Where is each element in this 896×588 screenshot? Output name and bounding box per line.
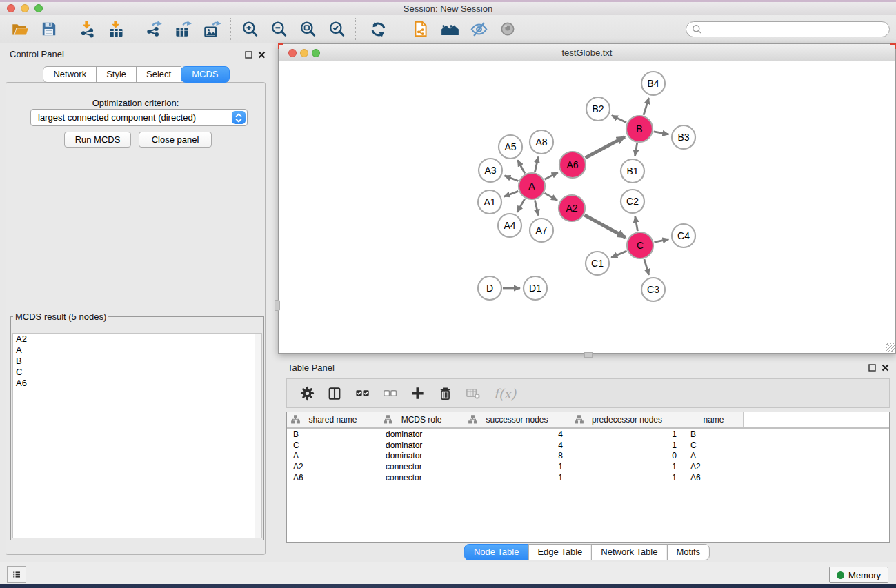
search-box[interactable]	[686, 21, 890, 37]
add-column-button[interactable]	[408, 383, 426, 404]
refresh-button[interactable]	[364, 17, 392, 41]
node-B4[interactable]: B4	[641, 72, 665, 95]
edge-C-C1[interactable]	[611, 251, 626, 257]
table-row[interactable]: Bdominator41B	[287, 429, 889, 440]
tab-network[interactable]: Network	[43, 66, 97, 83]
edge-A-A8[interactable]	[535, 156, 538, 172]
show-columns-button[interactable]	[326, 383, 344, 404]
export-image-button[interactable]	[198, 17, 226, 41]
zoom-out-button[interactable]	[265, 17, 292, 41]
edge-C-C4[interactable]	[654, 239, 668, 243]
table-row[interactable]: Adominator80A	[287, 450, 889, 461]
edge-C-C3[interactable]	[644, 259, 649, 275]
tab-edge-table[interactable]: Edge Table	[528, 544, 592, 560]
node-A8[interactable]: A8	[530, 130, 553, 154]
edge-B-B2[interactable]	[612, 116, 626, 123]
tab-mcds[interactable]: MCDS	[181, 66, 229, 83]
import-table-button[interactable]	[102, 17, 130, 41]
delete-table-button[interactable]	[464, 383, 481, 404]
column-header-predecessor-nodes[interactable]: predecessor nodes	[570, 412, 684, 427]
node-A1[interactable]: A1	[478, 190, 501, 214]
close-panel-button[interactable]: Close panel	[139, 132, 212, 148]
home-button[interactable]	[436, 17, 464, 41]
export-table-button[interactable]	[169, 17, 197, 41]
column-header-successor-nodes[interactable]: successor nodes	[464, 412, 570, 427]
network-canvas[interactable]: AA1A2A3A4A5A6A7A8BB1B2B3B4CC1C2C3C4DD1	[279, 61, 895, 353]
node-A4[interactable]: A4	[498, 214, 521, 237]
edge-B-B4[interactable]	[644, 98, 649, 115]
memory-button[interactable]: Memory	[829, 567, 888, 583]
column-header-name[interactable]: name	[684, 412, 744, 427]
select-all-button[interactable]	[353, 383, 371, 404]
tab-network-table[interactable]: Network Table	[591, 544, 667, 560]
session-doc-button[interactable]	[407, 17, 435, 41]
node-C4[interactable]: C4	[672, 224, 695, 247]
close-panel-icon[interactable]	[257, 50, 266, 59]
table-settings-button[interactable]	[298, 383, 316, 404]
resize-grip[interactable]	[886, 343, 895, 352]
deselect-all-button[interactable]	[381, 383, 399, 404]
hide-graphics-details-button[interactable]	[465, 17, 492, 41]
edge-A-A1[interactable]	[504, 191, 519, 196]
float-panel-icon[interactable]	[867, 363, 877, 372]
zoom-fit-button[interactable]	[294, 17, 321, 41]
edge-A-A7[interactable]	[535, 201, 538, 216]
scrollbar-thumb[interactable]	[275, 300, 280, 311]
node-A2[interactable]: A2	[559, 195, 585, 221]
network-window-titlebar[interactable]: testGlobe.txt	[279, 44, 895, 61]
edge-A-A5[interactable]	[518, 160, 525, 173]
node-A6[interactable]: A6	[559, 152, 586, 178]
mcds-result-item[interactable]: C	[13, 367, 261, 378]
node-D1[interactable]: D1	[524, 276, 547, 300]
scrollbar-thumb[interactable]	[584, 352, 593, 358]
search-input[interactable]	[706, 23, 884, 35]
criterion-select[interactable]: largest connected component (directed)	[30, 109, 248, 126]
table-row[interactable]: A6connector11A6	[287, 472, 889, 483]
mcds-result-item[interactable]: B	[13, 356, 261, 367]
node-B2[interactable]: B2	[586, 97, 610, 121]
tab-node-table[interactable]: Node Table	[464, 544, 529, 560]
node-A5[interactable]: A5	[499, 135, 522, 159]
zoom-selected-button[interactable]	[323, 17, 350, 41]
node-B3[interactable]: B3	[672, 125, 695, 149]
node-A7[interactable]: A7	[530, 219, 553, 242]
run-mcds-button[interactable]: Run MCDS	[64, 132, 131, 148]
tab-style[interactable]: Style	[96, 66, 137, 83]
node-D[interactable]: D	[478, 276, 501, 300]
node-C1[interactable]: C1	[586, 252, 609, 275]
node-C2[interactable]: C2	[621, 190, 644, 213]
column-header-mcds-role[interactable]: MCDS role	[379, 412, 464, 427]
node-C3[interactable]: C3	[641, 278, 665, 301]
task-history-button[interactable]	[7, 566, 26, 583]
tab-motifs[interactable]: Motifs	[666, 544, 710, 560]
edge-B-B1[interactable]	[635, 143, 637, 156]
node-C[interactable]: C	[627, 232, 653, 258]
edge-A-A3[interactable]	[505, 176, 519, 181]
zoom-in-button[interactable]	[236, 17, 263, 41]
scrollbar-track[interactable]	[255, 334, 261, 538]
tab-select[interactable]: Select	[136, 66, 181, 83]
table-row[interactable]: Cdominator41C	[287, 440, 889, 451]
function-builder-button[interactable]: f(x)	[491, 383, 519, 404]
edge-A-A4[interactable]	[517, 199, 525, 212]
mcds-result-item[interactable]: A6	[13, 378, 261, 389]
edge-A-A6[interactable]	[545, 172, 558, 179]
open-session-button[interactable]	[6, 17, 34, 41]
edge-A6-B[interactable]	[586, 136, 625, 158]
export-network-button[interactable]	[140, 17, 168, 41]
node-A[interactable]: A	[519, 173, 545, 199]
float-panel-icon[interactable]	[243, 50, 253, 59]
node-B1[interactable]: B1	[621, 159, 644, 183]
show-graphics-details-button[interactable]	[494, 17, 521, 41]
table-row[interactable]: A2connector11A2	[287, 461, 889, 472]
edge-C-C2[interactable]	[635, 216, 638, 232]
mcds-result-item[interactable]: A2	[13, 334, 261, 345]
edge-B-B3[interactable]	[654, 132, 669, 134]
column-header-shared-name[interactable]: shared name	[287, 412, 379, 427]
mcds-result-item[interactable]: A	[13, 345, 261, 356]
edge-A2-C[interactable]	[584, 215, 625, 237]
delete-column-button[interactable]	[436, 383, 454, 404]
import-network-button[interactable]	[73, 17, 101, 41]
edge-A-A2[interactable]	[544, 193, 557, 200]
close-panel-icon[interactable]	[880, 363, 890, 372]
